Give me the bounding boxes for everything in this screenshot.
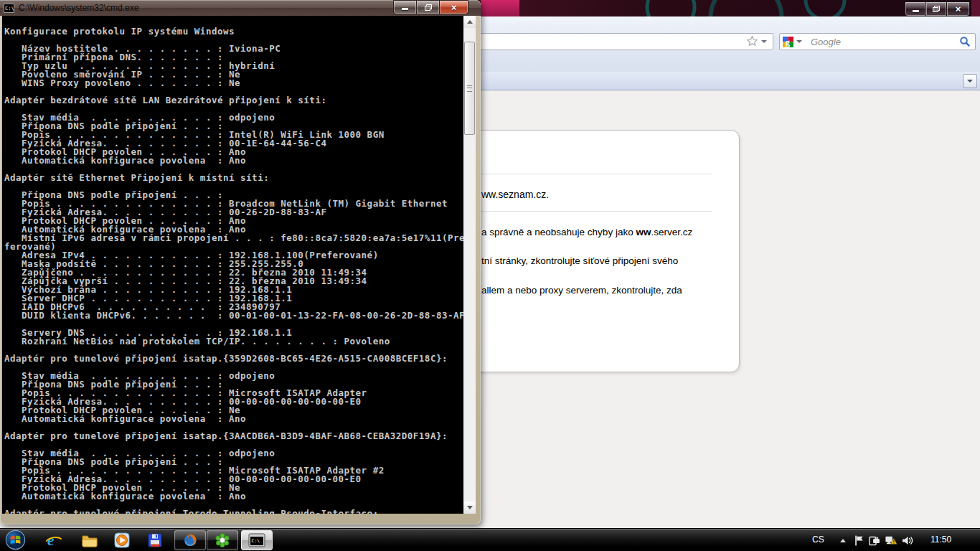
taskbar-floppy-button[interactable]: [146, 532, 164, 549]
action-center-button[interactable]: [852, 534, 865, 547]
taskbar-explorer-button[interactable]: [81, 532, 98, 549]
scrollbar-thumb[interactable]: [464, 42, 475, 135]
firefox-close-button[interactable]: ×: [946, 1, 970, 17]
error-bullet-1-bold: ww: [636, 227, 651, 237]
taskbar-firefox-button[interactable]: [174, 530, 206, 550]
restore-icon: [425, 4, 432, 11]
icq-flower-icon: [215, 532, 230, 548]
search-go-icon[interactable]: [959, 36, 971, 47]
explorer-folder-icon: [81, 532, 98, 549]
firefox-restore-button[interactable]: [925, 1, 947, 17]
taskbar: e: [0, 528, 980, 551]
cmd-minimize-button[interactable]: [393, 0, 417, 14]
cmd-window-title: C:\Windows\system32\cmd.exe: [19, 3, 138, 13]
network-status-button[interactable]: [885, 534, 897, 547]
minimize-icon: [402, 8, 408, 10]
start-orb-icon: [5, 529, 26, 550]
cmd-console[interactable]: Konfigurace protokolu IP systému Windows…: [2, 16, 463, 514]
minimize-icon: [913, 10, 919, 12]
network-warning-icon: [885, 534, 897, 547]
taskbar-icq-button[interactable]: [207, 530, 238, 550]
svg-text:C:\: C:\: [252, 538, 260, 544]
language-indicator[interactable]: CS: [812, 534, 824, 545]
search-engine-dropdown-icon[interactable]: [796, 40, 802, 43]
restore-icon: [933, 6, 940, 12]
firefox-window-controls: ×: [905, 1, 970, 17]
taskbar-ie-button[interactable]: e: [45, 532, 62, 549]
action-center-flag-icon: [853, 534, 865, 547]
address-dropdown-icon[interactable]: [761, 40, 767, 43]
taskbar-wmp-button[interactable]: [113, 532, 131, 549]
error-bullet-2: tní stránky, zkontrolujte síťové připoje…: [481, 255, 678, 266]
svg-text:e: e: [47, 532, 54, 549]
error-bullet-3: allem a nebo proxy serverem, zkontrolujt…: [481, 285, 682, 296]
error-bullet-1-post: .server.cz: [651, 227, 692, 237]
cmd-restore-button[interactable]: [416, 0, 440, 14]
search-engine-icon[interactable]: g: [783, 37, 793, 47]
speaker-icon: [901, 534, 914, 547]
cmd-icon: C:\: [4, 4, 14, 13]
wmp-icon: [113, 532, 131, 549]
chevron-up-icon: [839, 537, 847, 544]
bookmark-star-icon[interactable]: [746, 35, 758, 47]
error-server-text: ww.seznam.cz.: [481, 189, 549, 200]
error-bullet-1-pre: a správně a neobsahuje chyby jako: [481, 227, 636, 237]
power-plug-icon: [868, 534, 881, 547]
console-output: Konfigurace protokolu IP systému Windows…: [2, 16, 463, 514]
desktop: × g Google: [0, 0, 980, 551]
scroll-down-button[interactable]: [463, 501, 476, 514]
cmd-window-controls: ×: [394, 0, 468, 13]
search-input[interactable]: Google: [811, 37, 959, 47]
cmd-window: C:\ C:\Windows\system32\cmd.exe × Konfig…: [0, 0, 481, 524]
clock[interactable]: 11:50: [930, 534, 951, 545]
firefox-icon: [182, 532, 198, 548]
chevron-down-icon: [967, 80, 973, 83]
list-all-tabs-button[interactable]: [963, 74, 977, 88]
error-bullet-1: a správně a neobsahuje chyby jako ww.ser…: [481, 227, 692, 237]
close-icon: ×: [451, 3, 457, 12]
cmd-close-button[interactable]: ×: [439, 0, 468, 14]
search-bar[interactable]: g Google: [779, 33, 976, 50]
start-button[interactable]: [5, 529, 26, 550]
arrow-up-icon: [467, 20, 473, 24]
cmd-icon: C:\: [248, 533, 265, 547]
power-status-button[interactable]: [868, 534, 881, 547]
firefox-minimize-button[interactable]: [905, 1, 926, 17]
svg-text:C:\: C:\: [5, 6, 14, 11]
close-icon: ×: [956, 4, 961, 14]
thumb-grip-icon: [467, 85, 472, 92]
floppy-disk-icon: [147, 532, 163, 548]
volume-button[interactable]: [901, 534, 914, 547]
cmd-scrollbar[interactable]: [463, 16, 476, 514]
svg-text:g: g: [785, 37, 790, 47]
taskbar-cmd-button[interactable]: C:\: [241, 530, 273, 550]
arrow-down-icon: [467, 506, 473, 509]
show-hidden-icons-button[interactable]: [837, 534, 849, 547]
ie-icon: e: [45, 532, 62, 549]
scroll-up-button[interactable]: [463, 16, 476, 28]
